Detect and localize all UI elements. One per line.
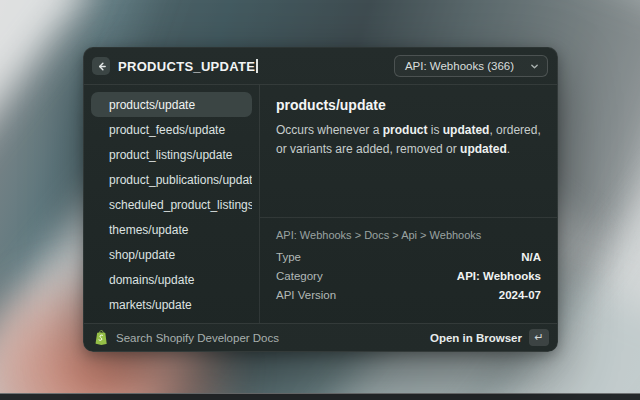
results-list: products/update product_feeds/update pro… bbox=[84, 85, 260, 323]
search-input[interactable]: PRODUCTS_UPDATE bbox=[118, 59, 394, 74]
breadcrumb: API: Webhooks > Docs > Api > Webhooks bbox=[276, 226, 541, 243]
detail-panel: products/update Occurs whenever a produc… bbox=[260, 85, 557, 323]
text-caret bbox=[256, 59, 258, 73]
list-item-themes-update[interactable]: themes/update bbox=[91, 217, 252, 242]
meta-label: Type bbox=[276, 251, 301, 263]
meta-row-type: Type N/A bbox=[276, 247, 541, 266]
filter-dropdown-label: API: Webhooks (366) bbox=[405, 60, 514, 72]
chevron-down-icon bbox=[530, 62, 539, 71]
back-button[interactable] bbox=[92, 57, 110, 75]
list-item-product-publications-update[interactable]: product_publications/update bbox=[91, 167, 252, 192]
search-header: PRODUCTS_UPDATE API: Webhooks (366) bbox=[84, 48, 557, 85]
enter-key-icon: ↵ bbox=[529, 329, 549, 346]
results-body: products/update product_feeds/update pro… bbox=[84, 85, 557, 323]
meta-value: 2024-07 bbox=[499, 289, 541, 301]
meta-row-category: Category API: Webhooks bbox=[276, 266, 541, 285]
list-item-product-listings-update[interactable]: product_listings/update bbox=[91, 142, 252, 167]
meta-label: Category bbox=[276, 270, 323, 282]
open-in-browser-label: Open in Browser bbox=[430, 332, 522, 344]
shopify-bag-icon bbox=[94, 330, 108, 345]
meta-value: API: Webhooks bbox=[457, 270, 541, 282]
wallpaper-streak bbox=[0, 0, 95, 236]
arrow-left-icon bbox=[96, 61, 107, 72]
filter-dropdown[interactable]: API: Webhooks (366) bbox=[394, 55, 548, 77]
meta-row-api-version: API Version 2024-07 bbox=[276, 285, 541, 304]
detail-title: products/update bbox=[276, 97, 541, 113]
detail-content: products/update Occurs whenever a produc… bbox=[260, 85, 557, 158]
action-bar: Search Shopify Developer Docs Open in Br… bbox=[84, 323, 557, 351]
open-in-browser-button[interactable]: Open in Browser ↵ bbox=[430, 329, 549, 346]
extension-name: Search Shopify Developer Docs bbox=[116, 332, 279, 344]
meta-value: N/A bbox=[521, 251, 541, 263]
meta-label: API Version bbox=[276, 289, 336, 301]
list-item-domains-update[interactable]: domains/update bbox=[91, 267, 252, 292]
detail-description: Occurs whenever a product is updated, or… bbox=[276, 121, 541, 158]
extension-identity: Search Shopify Developer Docs bbox=[94, 330, 430, 345]
list-item-shop-update[interactable]: shop/update bbox=[91, 242, 252, 267]
detail-metadata: API: Webhooks > Docs > Api > Webhooks Ty… bbox=[260, 217, 557, 304]
launcher-window: PRODUCTS_UPDATE API: Webhooks (366) prod… bbox=[83, 47, 558, 352]
list-item-products-update[interactable]: products/update bbox=[91, 92, 252, 117]
list-item-markets-update[interactable]: markets/update bbox=[91, 292, 252, 317]
screen-bottom-strip bbox=[0, 393, 640, 400]
list-item-scheduled-product-listings[interactable]: scheduled_product_listings/upd... bbox=[91, 192, 252, 217]
search-query-text: PRODUCTS_UPDATE bbox=[118, 59, 255, 74]
list-item-product-feeds-update[interactable]: product_feeds/update bbox=[91, 117, 252, 142]
